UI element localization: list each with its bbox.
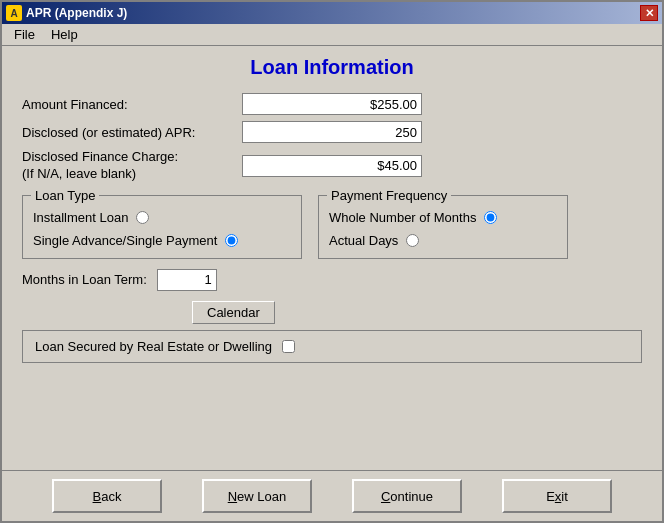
window-title: APR (Appendix J) bbox=[26, 6, 127, 20]
months-label: Months in Loan Term: bbox=[22, 272, 147, 287]
whole-months-row: Whole Number of Months bbox=[329, 210, 557, 225]
finance-charge-label: Disclosed Finance Charge: (If N/A, leave… bbox=[22, 149, 242, 183]
payment-freq-group: Payment Frequency Whole Number of Months… bbox=[318, 195, 568, 259]
menu-help[interactable]: Help bbox=[43, 25, 86, 44]
amount-financed-row: Amount Financed: bbox=[22, 93, 642, 115]
title-bar-left: A APR (Appendix J) bbox=[6, 5, 127, 21]
menu-file[interactable]: File bbox=[6, 25, 43, 44]
loan-secured-box: Loan Secured by Real Estate or Dwelling bbox=[22, 330, 642, 363]
installment-loan-row: Installment Loan bbox=[33, 210, 291, 225]
loan-secured-checkbox[interactable] bbox=[282, 340, 295, 353]
disclosed-apr-input[interactable] bbox=[242, 121, 422, 143]
loan-type-group: Loan Type Installment Loan Single Advanc… bbox=[22, 195, 302, 259]
disclosed-apr-row: Disclosed (or estimated) APR: bbox=[22, 121, 642, 143]
continue-label: Continue bbox=[381, 489, 433, 504]
back-label: Back bbox=[93, 489, 122, 504]
app-icon: A bbox=[6, 5, 22, 21]
disclosed-apr-label: Disclosed (or estimated) APR: bbox=[22, 125, 242, 140]
actual-days-radio[interactable] bbox=[406, 234, 419, 247]
installment-loan-radio[interactable] bbox=[136, 211, 149, 224]
actual-days-row: Actual Days bbox=[329, 233, 557, 248]
whole-months-radio[interactable] bbox=[484, 211, 497, 224]
single-advance-radio[interactable] bbox=[225, 234, 238, 247]
finance-charge-input[interactable] bbox=[242, 155, 422, 177]
close-button[interactable]: ✕ bbox=[640, 5, 658, 21]
calendar-btn-wrapper: Calendar bbox=[22, 297, 642, 324]
exit-button[interactable]: Exit bbox=[502, 479, 612, 513]
whole-months-label: Whole Number of Months bbox=[329, 210, 476, 225]
page-title: Loan Information bbox=[22, 56, 642, 79]
loan-secured-label: Loan Secured by Real Estate or Dwelling bbox=[35, 339, 272, 354]
menu-bar: File Help bbox=[2, 24, 662, 46]
exit-label: Exit bbox=[546, 489, 568, 504]
months-row: Months in Loan Term: bbox=[22, 269, 642, 291]
continue-button[interactable]: Continue bbox=[352, 479, 462, 513]
footer-buttons: Back New Loan Continue Exit bbox=[2, 470, 662, 521]
calendar-button[interactable]: Calendar bbox=[192, 301, 275, 324]
loan-type-title: Loan Type bbox=[31, 188, 99, 203]
sections-row: Loan Type Installment Loan Single Advanc… bbox=[22, 195, 642, 259]
installment-loan-label: Installment Loan bbox=[33, 210, 128, 225]
title-bar: A APR (Appendix J) ✕ bbox=[2, 2, 662, 24]
payment-freq-title: Payment Frequency bbox=[327, 188, 451, 203]
actual-days-label: Actual Days bbox=[329, 233, 398, 248]
amount-financed-label: Amount Financed: bbox=[22, 97, 242, 112]
main-window: A APR (Appendix J) ✕ File Help Loan Info… bbox=[0, 0, 664, 523]
months-input[interactable] bbox=[157, 269, 217, 291]
back-button[interactable]: Back bbox=[52, 479, 162, 513]
amount-financed-input[interactable] bbox=[242, 93, 422, 115]
finance-charge-row: Disclosed Finance Charge: (If N/A, leave… bbox=[22, 149, 642, 183]
content-area: Loan Information Amount Financed: Disclo… bbox=[2, 46, 662, 470]
single-advance-row: Single Advance/Single Payment bbox=[33, 233, 291, 248]
new-loan-button[interactable]: New Loan bbox=[202, 479, 312, 513]
single-advance-label: Single Advance/Single Payment bbox=[33, 233, 217, 248]
new-loan-label: New Loan bbox=[228, 489, 287, 504]
